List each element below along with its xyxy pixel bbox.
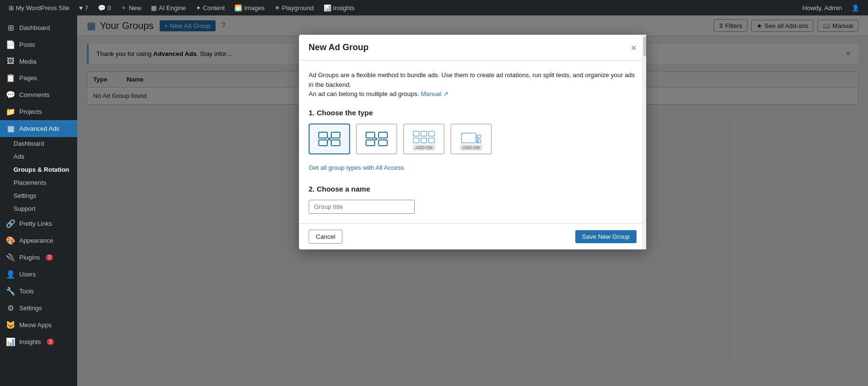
adminbar-insights[interactable]: 📊 Insights	[319, 0, 360, 15]
adminbar-site[interactable]: ⊞ My WordPress Site	[4, 0, 74, 15]
group-title-input[interactable]	[309, 200, 415, 214]
sidebar-item-tools[interactable]: 🔧 Tools	[0, 283, 77, 300]
sidebar-sub-dashboard[interactable]: Dashboard	[0, 137, 77, 150]
sidebar-sub-label-placements: Placements	[14, 179, 46, 186]
adminbar-ai-label: AI Engine	[159, 4, 186, 12]
type-cards-container: ADD-ON ADD-ON	[309, 124, 637, 154]
all-access-link[interactable]: Get all group types with All Access	[309, 164, 404, 171]
svg-rect-7	[379, 140, 387, 146]
cancel-button[interactable]: Cancel	[309, 230, 342, 244]
sidebar-label-pages: Pages	[19, 74, 37, 82]
tools-icon: 🔧	[6, 287, 15, 296]
modal-manual-link[interactable]: Manual ↗	[421, 90, 448, 97]
sidebar-item-users[interactable]: 👤 Users	[0, 266, 77, 283]
users-icon: 👤	[6, 270, 15, 279]
sidebar-sub-ads[interactable]: Ads	[0, 150, 77, 163]
svg-rect-16	[461, 133, 476, 143]
sidebar-label-media: Media	[19, 58, 36, 65]
heart-icon: ♥	[79, 4, 83, 12]
sidebar-item-advanced-ads[interactable]: ▦ Advanced Ads	[0, 120, 77, 137]
type-card-default[interactable]	[309, 124, 350, 154]
adminbar-insights-label: Insights	[333, 4, 355, 12]
type-card-grid[interactable]: ADD-ON	[403, 124, 445, 154]
modal-overlay: New Ad Group × Ad Groups are a flexible …	[77, 15, 868, 386]
sidebar-label-comments: Comments	[19, 91, 50, 98]
sidebar-item-pages[interactable]: 📋 Pages	[0, 69, 77, 86]
comments-icon: 💬	[6, 90, 15, 99]
svg-point-19	[477, 141, 479, 143]
svg-rect-3	[331, 140, 340, 146]
plugins-badge: 3	[46, 254, 54, 261]
sidebar-label-insights: Insights	[19, 338, 41, 345]
playground-icon: ☀	[274, 4, 280, 12]
adminbar-content[interactable]: ✦ Content	[191, 0, 230, 15]
content-icon: ✦	[196, 4, 201, 12]
modal-scrollbar-thumb	[643, 37, 646, 56]
sidebar-item-meow-apps[interactable]: 🐱 Meow Apps	[0, 317, 77, 333]
sidebar-item-comments[interactable]: 💬 Comments	[0, 86, 77, 103]
meow-icon: 🐱	[6, 320, 15, 330]
sidebar-sub-label-ads: Ads	[14, 153, 24, 160]
sidebar-label-meow-apps: Meow Apps	[19, 321, 52, 329]
sidebar-sub-label-dashboard: Dashboard	[14, 140, 44, 147]
type-card-default-icon	[318, 130, 341, 148]
modal-close-button[interactable]: ×	[631, 43, 637, 53]
sidebar-item-appearance[interactable]: 🎨 Appearance	[0, 232, 77, 249]
save-new-group-button[interactable]: Save New Group	[575, 230, 637, 243]
sidebar-label-appearance: Appearance	[19, 237, 53, 244]
sidebar-sub-label-support: Support	[14, 205, 36, 212]
sidebar-item-media[interactable]: 🖼 Media	[0, 53, 77, 69]
admin-avatar[interactable]: 👤	[847, 0, 864, 15]
type-card-rotation[interactable]	[356, 124, 397, 154]
type-card-slider[interactable]: ADD-ON	[450, 124, 492, 154]
adminbar-site-name: My WordPress Site	[16, 4, 69, 12]
images-icon: 🌅	[234, 4, 242, 12]
adminbar-images-label: Images	[244, 4, 265, 12]
posts-icon: 📄	[6, 40, 15, 49]
modal-scrollbar[interactable]	[642, 35, 646, 249]
sidebar-label-settings: Settings	[19, 304, 42, 312]
sidebar-item-projects[interactable]: 📁 Projects	[0, 103, 77, 120]
sidebar-item-plugins[interactable]: 🔌 Plugins 3	[0, 249, 77, 266]
media-icon: 🖼	[6, 57, 15, 66]
settings-icon: ⚙	[6, 303, 15, 313]
pages-icon: 📋	[6, 73, 15, 83]
sidebar-item-settings[interactable]: ⚙ Settings	[0, 300, 77, 317]
sidebar-item-posts[interactable]: 📄 Posts	[0, 36, 77, 53]
sidebar-sub-groups[interactable]: Groups & Rotation	[0, 163, 77, 176]
plugins-icon: 🔌	[6, 253, 15, 262]
sidebar-sub-support[interactable]: Support	[0, 202, 77, 215]
sidebar-sub-placements[interactable]: Placements	[0, 176, 77, 189]
adminbar-new[interactable]: 💬 0	[93, 0, 116, 15]
sidebar-sub-settings[interactable]: Settings	[0, 189, 77, 202]
comment-icon: 💬	[98, 4, 106, 12]
svg-rect-15	[429, 138, 434, 143]
sidebar-label-posts: Posts	[19, 41, 35, 48]
adminbar-playground[interactable]: ☀ Playground	[270, 0, 319, 15]
svg-rect-6	[366, 140, 375, 146]
adminbar-comments[interactable]: ♥ 7	[74, 0, 93, 15]
modal-description: Ad Groups are a flexible method to bundl…	[309, 70, 637, 99]
adminbar-new-item[interactable]: ＋ New	[116, 0, 146, 15]
dashboard-icon: ⊞	[6, 23, 15, 32]
modal-footer: Cancel Save New Group	[299, 223, 646, 249]
modal-body: Ad Groups are a flexible method to bundl…	[299, 61, 646, 223]
sidebar-item-insights[interactable]: 📊 Insights 3	[0, 333, 77, 350]
sidebar-sub-label-groups: Groups & Rotation	[14, 166, 69, 173]
svg-rect-5	[379, 132, 387, 138]
advanced-ads-icon: ▦	[6, 124, 15, 133]
insights-icon: 📊	[324, 4, 331, 12]
adminbar-new-label: New	[129, 4, 141, 12]
adminbar-ai-engine[interactable]: ▦ AI Engine	[146, 0, 190, 15]
svg-rect-1	[331, 132, 340, 138]
sidebar-label-advanced-ads: Advanced Ads	[19, 125, 59, 132]
sidebar-sub-label-settings: Settings	[14, 192, 36, 199]
adminbar-comment-count: 0	[108, 4, 111, 12]
sidebar-item-pretty-links[interactable]: 🔗 Pretty Links	[0, 215, 77, 232]
new-ad-group-modal: New Ad Group × Ad Groups are a flexible …	[299, 35, 646, 249]
svg-rect-11	[421, 131, 427, 136]
adminbar-images[interactable]: 🌅 Images	[230, 0, 270, 15]
sidebar-item-dashboard[interactable]: ⊞ Dashboard	[0, 19, 77, 36]
grid-addon-badge: ADD-ON	[413, 145, 435, 151]
slider-addon-badge: ADD-ON	[460, 145, 482, 151]
